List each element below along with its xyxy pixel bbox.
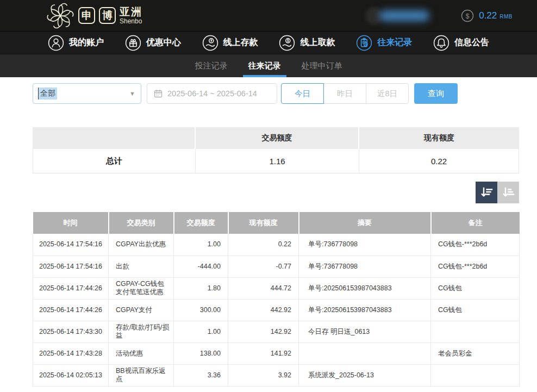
- cell-summary: [299, 343, 431, 364]
- transaction-type-select[interactable]: 全部 ▼: [33, 83, 141, 104]
- cell-summary: 单号:736778098: [299, 256, 431, 277]
- summary-total-row: 总计 1.16 0.22: [33, 149, 519, 173]
- cell-balance: -0.77: [228, 256, 299, 277]
- cell-amount: 138.00: [174, 343, 228, 364]
- balance-currency: RMB: [499, 14, 513, 20]
- summary-header-transaction: 交易额度: [196, 127, 359, 149]
- cell-time: 2025-06-14 17:54:16: [33, 234, 109, 256]
- transactions-header-row: 时间交易类别交易额度现有额度摘要备注: [33, 212, 520, 234]
- cell-amount: 3.36: [174, 364, 228, 386]
- search-button[interactable]: 查询: [414, 83, 458, 104]
- tab-pending-orders[interactable]: 处理中订单: [301, 54, 344, 77]
- cell-type: 存款/取款/打码/损益: [109, 321, 174, 343]
- cell-note: [431, 364, 520, 386]
- cell-time: 2025-06-14 17:44:26: [33, 277, 109, 299]
- nav-item-deposit[interactable]: ¥线上存款: [202, 35, 258, 51]
- cell-note: [431, 321, 520, 343]
- records-icon: [356, 35, 372, 51]
- flower-logo-icon: [46, 2, 74, 30]
- table-row: 2025-06-14 17:44:26CGPAY-CG钱包支付笔笔送优惠1.80…: [33, 277, 520, 299]
- cell-type: BB视讯百家乐返点: [109, 364, 174, 386]
- nav-item-label: 往来记录: [377, 37, 412, 48]
- sort-controls: [33, 182, 519, 203]
- tab-transaction-records[interactable]: 往来记录: [247, 54, 282, 77]
- table-row: 2025-06-14 17:54:16CGPAY出款优惠1.000.22单号:7…: [33, 234, 520, 256]
- logo-region-en: Shenbo: [120, 18, 142, 24]
- cell-balance: 141.92: [228, 343, 299, 364]
- cell-type: CGPAY-CG钱包支付笔笔送优惠: [109, 277, 174, 299]
- cell-balance: 442.92: [228, 299, 299, 321]
- cell-note: CG钱包: [431, 299, 520, 321]
- cell-note: CG钱包-***2b6d: [431, 256, 520, 277]
- logo-region: 亚洲 Shenbo: [120, 7, 142, 24]
- table-row: 2025-06-14 17:43:28活动优惠138.00141.92老会员彩金: [33, 343, 520, 364]
- summary-header-empty: [33, 127, 196, 149]
- cell-time: 2025-06-14 17:43:30: [33, 321, 109, 343]
- transactions-table-head: 时间交易类别交易额度现有额度摘要备注: [33, 212, 520, 234]
- date-range-input[interactable]: 2025-06-14 ~ 2025-06-14: [147, 83, 277, 104]
- svg-text:$: $: [287, 39, 289, 43]
- cell-note: CG钱包: [431, 277, 520, 299]
- column-header-note: 备注: [431, 212, 520, 234]
- cell-time: 2025-06-14 17:43:28: [33, 343, 109, 364]
- column-header-summary: 摘要: [299, 212, 431, 234]
- nav-item-announcements[interactable]: 信息公告: [433, 35, 489, 51]
- cell-balance: 0.22: [228, 234, 299, 256]
- logo-char-bo: 博: [99, 7, 116, 24]
- summary-total-balance: 0.22: [359, 149, 519, 173]
- balance-amount: 0.22: [479, 10, 497, 21]
- column-header-balance: 现有额度: [228, 212, 299, 234]
- nav-item-withdraw[interactable]: $线上取款: [279, 35, 335, 51]
- column-header-amount: 交易额度: [174, 212, 228, 234]
- nav-item-records[interactable]: 往来记录: [356, 35, 412, 51]
- cell-balance: 3.92: [228, 364, 299, 386]
- main-nav: 我的账户优惠中心¥线上存款$线上取款往来记录信息公告: [0, 32, 537, 54]
- nav-item-account[interactable]: 我的账户: [48, 35, 104, 51]
- cell-balance: 444.72: [228, 277, 299, 299]
- quick-button-yesterday[interactable]: 昨日: [323, 83, 366, 104]
- cell-balance: 142.92: [228, 321, 299, 343]
- cell-summary: 今日存 明日送_0613: [299, 321, 431, 343]
- user-account[interactable]: [365, 7, 429, 24]
- summary-total-transaction: 1.16: [196, 149, 359, 173]
- page: 申 博 亚洲 Shenbo $ 0.22 RMB 我的账户优惠中心¥线上存款$: [0, 0, 537, 392]
- cell-type: CGPAY支付: [109, 299, 174, 321]
- quick-date-group: 今日昨日近8日: [281, 83, 409, 104]
- nav-item-promotions[interactable]: 优惠中心: [125, 35, 181, 51]
- cell-note: 老会员彩金: [431, 343, 520, 364]
- sort-ascending-button[interactable]: [497, 182, 519, 203]
- transactions-table-body: 2025-06-14 17:54:16CGPAY出款优惠1.000.22单号:7…: [33, 234, 520, 386]
- select-value: 全部: [38, 88, 57, 99]
- svg-text:¥: ¥: [210, 39, 213, 42]
- date-range-value: 2025-06-14 ~ 2025-06-14: [167, 89, 257, 98]
- cell-time: 2025-06-14 17:44:26: [33, 299, 109, 321]
- nav-item-label: 信息公告: [454, 37, 489, 48]
- sort-asc-icon: [501, 185, 515, 200]
- tab-bet-records[interactable]: 投注记录: [194, 54, 229, 77]
- content: 全部 ▼ 2025-06-14 ~ 2025-06-14 今日昨日近8日 查询 …: [0, 83, 537, 387]
- nav-item-label: 线上取款: [300, 37, 335, 48]
- bell-icon: [433, 35, 449, 51]
- topbar-right: $ 0.22 RMB: [365, 7, 513, 24]
- brand-logo[interactable]: 申 博 亚洲 Shenbo: [46, 2, 142, 30]
- nav-item-label: 我的账户: [69, 37, 104, 48]
- sub-nav: 投注记录往来记录处理中订单: [0, 54, 537, 77]
- cell-amount: 1.80: [174, 277, 228, 299]
- cell-amount: 1.00: [174, 321, 228, 343]
- table-row: 2025-06-14 17:43:30存款/取款/打码/损益1.00142.92…: [33, 321, 520, 343]
- quick-button-last-8-days[interactable]: 近8日: [366, 83, 409, 104]
- logo-region-cn: 亚洲: [120, 7, 142, 17]
- summary-table: 交易额度 现有额度 总计 1.16 0.22: [33, 127, 519, 173]
- table-row: 2025-06-14 17:44:26CGPAY支付300.00442.92单号…: [33, 299, 520, 321]
- cell-summary: 单号:202506153987043883: [299, 277, 431, 299]
- quick-button-today[interactable]: 今日: [281, 83, 324, 104]
- cell-amount: 300.00: [174, 299, 228, 321]
- cell-time: 2025-06-14 02:05:13: [33, 364, 109, 386]
- gift-icon: [125, 35, 141, 51]
- top-bar: 申 博 亚洲 Shenbo $ 0.22 RMB: [0, 0, 537, 32]
- cell-amount: 1.00: [174, 234, 228, 256]
- deposit-icon: ¥: [202, 35, 218, 51]
- transactions-table: 时间交易类别交易额度现有额度摘要备注 2025-06-14 17:54:16CG…: [33, 212, 520, 387]
- table-row: 2025-06-14 02:05:13BB视讯百家乐返点3.363.92系统派发…: [33, 364, 520, 386]
- sort-descending-button[interactable]: [476, 182, 497, 203]
